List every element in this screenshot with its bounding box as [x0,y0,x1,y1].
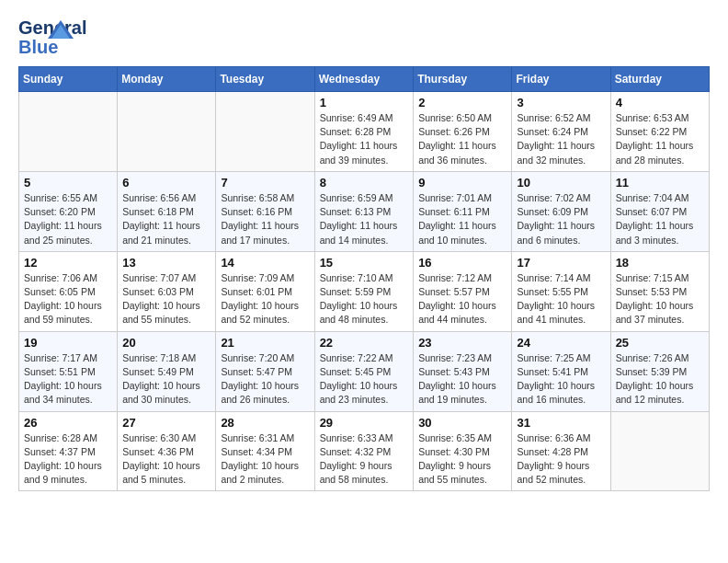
calendar-day-cell: 6Sunrise: 6:56 AM Sunset: 6:18 PM Daylig… [118,171,216,251]
calendar-day-cell: 26Sunrise: 6:28 AM Sunset: 4:37 PM Dayli… [19,411,118,491]
day-info: Sunrise: 6:55 AM Sunset: 6:20 PM Dayligh… [24,191,112,247]
calendar-day-cell: 27Sunrise: 6:30 AM Sunset: 4:36 PM Dayli… [118,411,216,491]
calendar-day-cell [216,92,314,172]
day-number: 15 [320,256,409,270]
calendar-week-row: 5Sunrise: 6:55 AM Sunset: 6:20 PM Daylig… [19,171,710,251]
weekday-header: Monday [118,67,216,92]
calendar-week-row: 26Sunrise: 6:28 AM Sunset: 4:37 PM Dayli… [19,411,710,491]
day-number: 9 [418,176,506,190]
day-info: Sunrise: 7:14 AM Sunset: 5:55 PM Dayligh… [517,271,605,327]
calendar-day-cell: 2Sunrise: 6:50 AM Sunset: 6:26 PM Daylig… [414,92,512,172]
calendar-day-cell: 28Sunrise: 6:31 AM Sunset: 4:34 PM Dayli… [216,411,314,491]
day-number: 30 [418,416,506,430]
day-number: 2 [418,96,506,109]
calendar-day-cell: 23Sunrise: 7:23 AM Sunset: 5:43 PM Dayli… [414,331,512,411]
calendar-day-cell: 29Sunrise: 6:33 AM Sunset: 4:32 PM Dayli… [314,411,414,491]
calendar-day-cell: 11Sunrise: 7:04 AM Sunset: 6:07 PM Dayli… [610,171,709,251]
calendar-day-cell: 30Sunrise: 6:35 AM Sunset: 4:30 PM Dayli… [414,411,512,491]
day-info: Sunrise: 7:25 AM Sunset: 5:41 PM Dayligh… [517,351,605,408]
day-number: 18 [616,256,704,270]
calendar-day-cell [19,92,118,172]
weekday-header: Friday [512,67,610,92]
day-info: Sunrise: 6:52 AM Sunset: 6:24 PM Dayligh… [517,111,605,167]
calendar-day-cell: 24Sunrise: 7:25 AM Sunset: 5:41 PM Dayli… [512,331,610,411]
calendar-day-cell: 21Sunrise: 7:20 AM Sunset: 5:47 PM Dayli… [216,331,314,411]
day-number: 3 [517,96,605,109]
calendar-day-cell: 15Sunrise: 7:10 AM Sunset: 5:59 PM Dayli… [314,251,414,331]
page-header: General Blue [18,18,710,57]
day-info: Sunrise: 6:58 AM Sunset: 6:16 PM Dayligh… [221,191,309,247]
calendar-day-cell: 7Sunrise: 6:58 AM Sunset: 6:16 PM Daylig… [216,171,314,251]
day-info: Sunrise: 7:26 AM Sunset: 5:39 PM Dayligh… [616,351,704,408]
logo-icon [48,20,74,39]
day-info: Sunrise: 7:04 AM Sunset: 6:07 PM Dayligh… [616,191,704,247]
calendar-day-cell: 5Sunrise: 6:55 AM Sunset: 6:20 PM Daylig… [19,171,118,251]
day-number: 24 [517,336,605,350]
day-info: Sunrise: 6:59 AM Sunset: 6:13 PM Dayligh… [320,191,409,247]
day-number: 12 [24,256,112,270]
calendar-day-cell: 12Sunrise: 7:06 AM Sunset: 6:05 PM Dayli… [19,251,118,331]
calendar-day-cell: 16Sunrise: 7:12 AM Sunset: 5:57 PM Dayli… [414,251,512,331]
calendar-day-cell: 18Sunrise: 7:15 AM Sunset: 5:53 PM Dayli… [610,251,709,331]
day-info: Sunrise: 7:09 AM Sunset: 6:01 PM Dayligh… [221,271,309,327]
weekday-header: Thursday [414,67,512,92]
weekday-header: Saturday [610,67,709,92]
day-info: Sunrise: 7:22 AM Sunset: 5:45 PM Dayligh… [320,351,409,408]
day-info: Sunrise: 7:12 AM Sunset: 5:57 PM Dayligh… [418,271,506,327]
day-number: 4 [616,96,704,109]
day-number: 16 [418,256,506,270]
day-info: Sunrise: 6:36 AM Sunset: 4:28 PM Dayligh… [517,431,605,488]
day-number: 26 [24,416,112,430]
calendar-day-cell: 17Sunrise: 7:14 AM Sunset: 5:55 PM Dayli… [512,251,610,331]
calendar-day-cell: 8Sunrise: 6:59 AM Sunset: 6:13 PM Daylig… [314,171,414,251]
day-info: Sunrise: 7:23 AM Sunset: 5:43 PM Dayligh… [418,351,506,408]
calendar-day-cell: 25Sunrise: 7:26 AM Sunset: 5:39 PM Dayli… [610,331,709,411]
day-number: 31 [517,416,605,430]
day-number: 28 [221,416,309,430]
day-info: Sunrise: 6:56 AM Sunset: 6:18 PM Dayligh… [122,191,210,247]
day-number: 11 [616,176,704,190]
calendar-day-cell: 1Sunrise: 6:49 AM Sunset: 6:28 PM Daylig… [314,92,414,172]
calendar-week-row: 19Sunrise: 7:17 AM Sunset: 5:51 PM Dayli… [19,331,710,411]
calendar-day-cell [610,411,709,491]
day-number: 14 [221,256,309,270]
day-number: 23 [418,336,506,350]
day-info: Sunrise: 6:49 AM Sunset: 6:28 PM Dayligh… [320,111,409,167]
day-info: Sunrise: 7:18 AM Sunset: 5:49 PM Dayligh… [122,351,210,408]
day-info: Sunrise: 6:30 AM Sunset: 4:36 PM Dayligh… [122,431,210,488]
calendar-day-cell: 9Sunrise: 7:01 AM Sunset: 6:11 PM Daylig… [414,171,512,251]
calendar-day-cell: 10Sunrise: 7:02 AM Sunset: 6:09 PM Dayli… [512,171,610,251]
day-number: 10 [517,176,605,190]
calendar-week-row: 12Sunrise: 7:06 AM Sunset: 6:05 PM Dayli… [19,251,710,331]
calendar-day-cell: 3Sunrise: 6:52 AM Sunset: 6:24 PM Daylig… [512,92,610,172]
day-info: Sunrise: 7:17 AM Sunset: 5:51 PM Dayligh… [24,351,112,408]
day-info: Sunrise: 7:06 AM Sunset: 6:05 PM Dayligh… [24,271,112,327]
weekday-header: Wednesday [314,67,414,92]
day-number: 6 [122,176,210,190]
day-info: Sunrise: 7:10 AM Sunset: 5:59 PM Dayligh… [320,271,409,327]
day-info: Sunrise: 6:35 AM Sunset: 4:30 PM Dayligh… [418,431,506,488]
day-number: 22 [320,336,409,350]
calendar-day-cell: 20Sunrise: 7:18 AM Sunset: 5:49 PM Dayli… [118,331,216,411]
day-info: Sunrise: 6:31 AM Sunset: 4:34 PM Dayligh… [221,431,309,488]
day-number: 21 [221,336,309,350]
day-number: 5 [24,176,112,190]
day-info: Sunrise: 7:01 AM Sunset: 6:11 PM Dayligh… [418,191,506,247]
calendar-table: SundayMondayTuesdayWednesdayThursdayFrid… [18,66,710,491]
calendar-day-cell: 14Sunrise: 7:09 AM Sunset: 6:01 PM Dayli… [216,251,314,331]
day-number: 20 [122,336,210,350]
day-number: 8 [320,176,409,190]
calendar-day-cell: 22Sunrise: 7:22 AM Sunset: 5:45 PM Dayli… [314,331,414,411]
calendar-header-row: SundayMondayTuesdayWednesdayThursdayFrid… [19,67,710,92]
day-number: 25 [616,336,704,350]
day-number: 7 [221,176,309,190]
weekday-header: Sunday [19,67,118,92]
day-info: Sunrise: 7:02 AM Sunset: 6:09 PM Dayligh… [517,191,605,247]
day-number: 19 [24,336,112,350]
logo: General Blue [18,18,66,57]
day-info: Sunrise: 6:50 AM Sunset: 6:26 PM Dayligh… [418,111,506,167]
calendar-day-cell: 31Sunrise: 6:36 AM Sunset: 4:28 PM Dayli… [512,411,610,491]
calendar-week-row: 1Sunrise: 6:49 AM Sunset: 6:28 PM Daylig… [19,92,710,172]
day-number: 13 [122,256,210,270]
day-info: Sunrise: 7:07 AM Sunset: 6:03 PM Dayligh… [122,271,210,327]
